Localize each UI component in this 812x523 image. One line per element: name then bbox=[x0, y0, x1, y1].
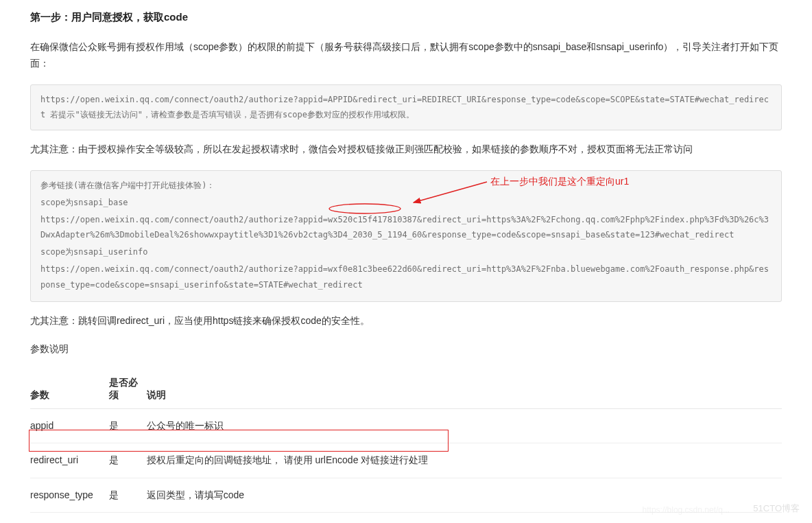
cell-required: 是 bbox=[109, 443, 147, 478]
cell-required: 是 bbox=[109, 409, 147, 443]
cell-desc: 授权后重定向的回调链接地址， 请使用 urlEncode 对链接进行处理 bbox=[147, 443, 782, 478]
cell-param: redirect_uri bbox=[30, 443, 109, 478]
note-https: 尤其注意：跳转回调redirect_uri，应当使用https链接来确保授权co… bbox=[30, 313, 782, 329]
ref-line-intro: 参考链接(请在微信客户端中打开此链接体验)： bbox=[40, 178, 772, 194]
param-heading: 参数说明 bbox=[30, 341, 782, 358]
ref-line-scope-userinfo: scope为snsapi_userinfo bbox=[40, 244, 772, 260]
ref-line-url-userinfo: https://open.weixin.qq.com/connect/oauth… bbox=[40, 262, 772, 293]
ref-line-scope-base: scope为snsapi_base bbox=[40, 195, 772, 211]
cell-param: response_type bbox=[30, 478, 109, 512]
cell-required: 是 bbox=[109, 512, 147, 523]
th-required: 是否必须 bbox=[109, 370, 147, 409]
param-table: 参数 是否必须 说明 appid 是 公众号的唯一标识 redirect_uri… bbox=[30, 370, 782, 523]
th-desc: 说明 bbox=[147, 370, 782, 409]
note-strict-match: 尤其注意：由于授权操作安全等级较高，所以在发起授权请求时，微信会对授权链接做正则… bbox=[30, 141, 782, 158]
watermark-url: https://blog.csdn.net/q... bbox=[643, 505, 730, 515]
ref-line-url-base: https://open.weixin.qq.com/connect/oauth… bbox=[40, 212, 772, 244]
table-row-highlighted: redirect_uri 是 授权后重定向的回调链接地址， 请使用 urlEnc… bbox=[30, 443, 782, 478]
cell-param: appid bbox=[30, 409, 109, 443]
cell-desc: 公众号的唯一标识 bbox=[147, 409, 782, 443]
code-block-authorize-url: https://open.weixin.qq.com/connect/oauth… bbox=[30, 84, 782, 131]
cell-param: scope bbox=[30, 512, 109, 523]
param-table-wrap: 参数 是否必须 说明 appid 是 公众号的唯一标识 redirect_uri… bbox=[30, 370, 782, 523]
step-title: 第一步：用户同意授权，获取code bbox=[30, 11, 782, 24]
th-param: 参数 bbox=[30, 370, 109, 409]
cell-required: 是 bbox=[109, 478, 147, 512]
code-block-reference-links: 参考链接(请在微信客户端中打开此链接体验)： scope为snsapi_base… bbox=[30, 170, 782, 302]
table-row: appid 是 公众号的唯一标识 bbox=[30, 409, 782, 443]
intro-paragraph: 在确保微信公众账号拥有授权作用域（scope参数）的权限的前提下（服务号获得高级… bbox=[30, 39, 782, 72]
watermark-logo: 51CTO博客 bbox=[753, 502, 800, 515]
